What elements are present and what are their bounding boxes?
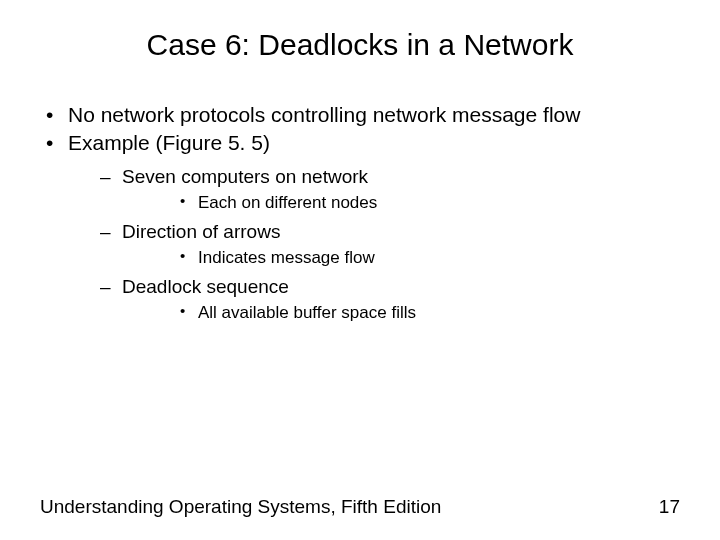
bullet-list: No network protocols controlling network…	[40, 102, 680, 324]
list-item: Indicates message flow	[122, 247, 680, 268]
bullet-text: Direction of arrows	[122, 221, 280, 242]
list-item: Direction of arrows Indicates message fl…	[68, 220, 680, 269]
sub-sub-list: Each on different nodes	[122, 192, 680, 213]
list-item: Example (Figure 5. 5) Seven computers on…	[40, 130, 680, 323]
bullet-text: Seven computers on network	[122, 166, 368, 187]
bullet-text: Each on different nodes	[198, 193, 377, 212]
page-number: 17	[659, 496, 680, 518]
list-item: Deadlock sequence All available buffer s…	[68, 275, 680, 324]
sub-sub-list: All available buffer space fills	[122, 302, 680, 323]
list-item: Each on different nodes	[122, 192, 680, 213]
slide-footer: Understanding Operating Systems, Fifth E…	[40, 496, 680, 518]
bullet-text: Indicates message flow	[198, 248, 375, 267]
slide: Case 6: Deadlocks in a Network No networ…	[0, 0, 720, 540]
sub-sub-list: Indicates message flow	[122, 247, 680, 268]
list-item: All available buffer space fills	[122, 302, 680, 323]
bullet-text: Deadlock sequence	[122, 276, 289, 297]
bullet-text: Example (Figure 5. 5)	[68, 131, 270, 154]
bullet-text: All available buffer space fills	[198, 303, 416, 322]
slide-title: Case 6: Deadlocks in a Network	[40, 28, 680, 62]
slide-content: No network protocols controlling network…	[40, 102, 680, 324]
list-item: Seven computers on network Each on diffe…	[68, 165, 680, 214]
list-item: No network protocols controlling network…	[40, 102, 680, 128]
footer-source: Understanding Operating Systems, Fifth E…	[40, 496, 441, 518]
sub-list: Seven computers on network Each on diffe…	[68, 165, 680, 324]
bullet-text: No network protocols controlling network…	[68, 103, 580, 126]
